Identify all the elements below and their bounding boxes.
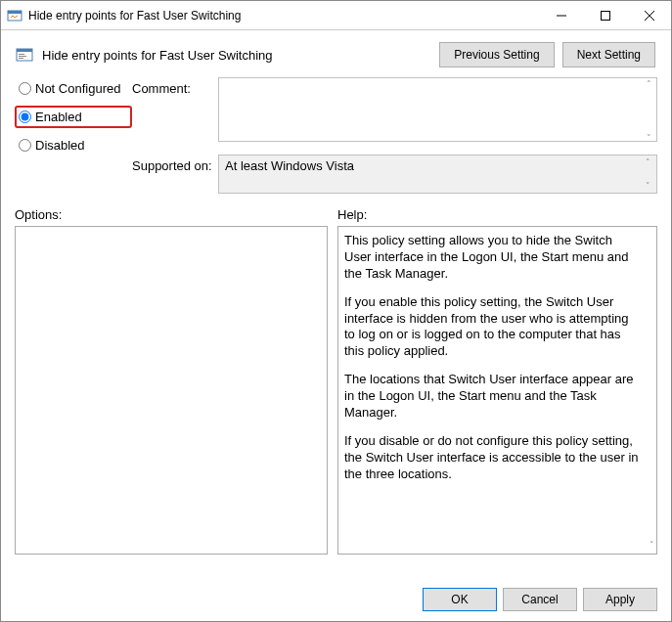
window-controls bbox=[539, 1, 671, 29]
help-pane: This policy setting allows you to hide t… bbox=[337, 226, 657, 555]
radio-enabled-label: Enabled bbox=[35, 110, 82, 124]
supported-scroll-indicator: ˄ ˅ bbox=[641, 156, 654, 193]
comment-line: Comment: ˄ ˅ bbox=[132, 77, 657, 145]
radio-enabled-input[interactable] bbox=[19, 111, 31, 123]
comment-input[interactable] bbox=[218, 77, 657, 142]
supported-line: Supported on: At least Windows Vista ˄ ˅ bbox=[132, 155, 657, 194]
window-title: Hide entry points for Fast User Switchin… bbox=[28, 9, 539, 22]
radio-not-configured[interactable]: Not Configured bbox=[19, 81, 132, 96]
supported-label: Supported on: bbox=[132, 155, 218, 173]
policy-state-group: Not Configured Enabled Disabled bbox=[15, 77, 132, 194]
radio-disabled-input[interactable] bbox=[19, 139, 31, 152]
radio-disabled-label: Disabled bbox=[35, 138, 85, 153]
chevron-down-icon: ˅ bbox=[650, 540, 654, 552]
app-icon bbox=[7, 8, 22, 23]
supported-on-value: At least Windows Vista bbox=[225, 158, 354, 173]
chevron-down-icon: ˅ bbox=[647, 133, 651, 143]
titlebar: Hide entry points for Fast User Switchin… bbox=[1, 1, 671, 30]
help-paragraph: If you enable this policy setting, the S… bbox=[344, 294, 639, 361]
radio-not-configured-label: Not Configured bbox=[35, 81, 120, 96]
minimize-button[interactable] bbox=[539, 1, 583, 29]
chevron-down-icon: ˅ bbox=[646, 181, 650, 191]
policy-editor-window: Hide entry points for Fast User Switchin… bbox=[0, 0, 672, 622]
close-icon bbox=[645, 11, 654, 21]
content: Not Configured Enabled Disabled Comment: bbox=[1, 77, 671, 578]
apply-button[interactable]: Apply bbox=[583, 588, 657, 611]
help-paragraph: This policy setting allows you to hide t… bbox=[344, 233, 639, 283]
form-column: Comment: ˄ ˅ Supported on: At least Wind… bbox=[132, 77, 657, 194]
svg-rect-7 bbox=[17, 49, 32, 52]
config-row: Not Configured Enabled Disabled Comment: bbox=[15, 77, 657, 194]
footer: OK Cancel Apply bbox=[1, 578, 671, 621]
supported-on-box: At least Windows Vista ˄ ˅ bbox=[218, 155, 657, 194]
comment-scroll-indicator: ˄ ˅ bbox=[642, 77, 655, 145]
comment-label: Comment: bbox=[132, 77, 218, 96]
cancel-button[interactable]: Cancel bbox=[503, 588, 577, 611]
header: Hide entry points for Fast User Switchin… bbox=[1, 30, 671, 77]
svg-rect-3 bbox=[601, 11, 609, 20]
options-label: Options: bbox=[15, 207, 337, 222]
nav-buttons: Previous Setting Next Setting bbox=[439, 42, 655, 67]
radio-not-configured-input[interactable] bbox=[19, 82, 31, 95]
svg-rect-10 bbox=[19, 58, 23, 59]
close-button[interactable] bbox=[627, 1, 671, 29]
lower-panes: This policy setting allows you to hide t… bbox=[15, 226, 657, 568]
svg-rect-9 bbox=[19, 56, 26, 57]
lower-labels: Options: Help: bbox=[15, 207, 657, 222]
svg-rect-8 bbox=[19, 54, 24, 55]
minimize-icon bbox=[557, 11, 566, 21]
chevron-up-icon: ˄ bbox=[646, 157, 650, 167]
help-label: Help: bbox=[337, 207, 367, 222]
maximize-button[interactable] bbox=[583, 1, 627, 29]
previous-setting-button[interactable]: Previous Setting bbox=[439, 42, 554, 67]
help-paragraph: The locations that Switch User interface… bbox=[344, 372, 639, 422]
next-setting-button[interactable]: Next Setting bbox=[562, 42, 655, 67]
radio-enabled[interactable]: Enabled bbox=[15, 106, 132, 128]
ok-button[interactable]: OK bbox=[423, 588, 497, 611]
maximize-icon bbox=[601, 11, 610, 21]
radio-disabled[interactable]: Disabled bbox=[19, 138, 132, 153]
help-paragraph: If you disable or do not configure this … bbox=[344, 433, 639, 483]
setting-title: Hide entry points for Fast User Switchin… bbox=[42, 48, 439, 63]
chevron-up-icon: ˄ bbox=[647, 79, 651, 89]
options-pane bbox=[15, 226, 328, 555]
policy-icon bbox=[15, 45, 34, 65]
svg-rect-1 bbox=[8, 11, 22, 14]
